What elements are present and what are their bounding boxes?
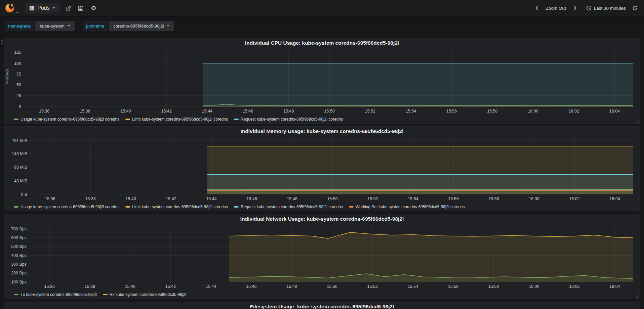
x-tick-label: 15:42	[166, 196, 176, 201]
legend-series-swatch	[14, 206, 18, 208]
chart-canvas[interactable]: 025507510012515:3615:3815:4015:4215:4415…	[4, 47, 640, 115]
chevron-left-icon	[535, 6, 538, 10]
panel-title[interactable]: Individual Memory Usage: kube-system cor…	[4, 127, 640, 135]
namespace-value: kube-system	[40, 24, 65, 29]
legend-item[interactable]: Request kube-system coredns-695f96dcd5-9…	[234, 117, 343, 122]
y-tick-label: 600 Bps	[11, 235, 27, 240]
legend-series-swatch	[234, 119, 239, 120]
legend-item[interactable]: Usage kube-system coredns-695f96dcd5-98j…	[14, 205, 119, 209]
network-legend: Tx kube-system coredns-695f96dcd5-98j2lR…	[4, 291, 640, 299]
x-tick-label: 15:54	[408, 196, 418, 201]
panel-cpu-usage: Individual CPU Usage: kube-system coredn…	[4, 38, 640, 124]
x-tick-label: 15:50	[327, 196, 337, 201]
share-icon	[65, 5, 71, 11]
grafana-logo-icon	[5, 3, 15, 13]
y-tick-label: 700 Bps	[11, 227, 27, 231]
chevron-right-icon	[573, 6, 576, 10]
settings-button[interactable]: ⚙	[89, 4, 98, 12]
network-chart[interactable]: 100 Bps200 Bps300 Bps400 Bps500 Bps600 B…	[4, 223, 640, 291]
y-tick-label: 75	[16, 72, 21, 77]
refresh-button[interactable]	[631, 4, 639, 12]
legend-item[interactable]: Request kube-system coredns-695f96dcd5-9…	[234, 205, 343, 209]
legend-series-swatch	[125, 206, 130, 208]
time-range-picker[interactable]: Last 30 minutes	[586, 5, 626, 11]
x-tick-label: 15:48	[286, 284, 297, 289]
panel-title[interactable]: Filesystem Usage: kube-system coredns-69…	[4, 302, 640, 309]
memory-legend: Usage kube-system coredns-695f96dcd5-98j…	[4, 203, 640, 211]
legend-series-label: Tx kube-system coredns-695f96dcd5-98j2l	[21, 292, 97, 297]
clock-icon	[586, 5, 592, 11]
refresh-icon	[632, 5, 638, 11]
dashboard-grid: Individual CPU Usage: kube-system coredn…	[0, 35, 644, 309]
panel-drag-handle[interactable]	[1, 40, 3, 44]
x-tick-label: 15:46	[246, 196, 257, 201]
grafana-logo-menu[interactable]	[5, 3, 18, 13]
namespace-select[interactable]: kube-system	[35, 21, 75, 31]
x-tick-label: 15:48	[283, 109, 294, 114]
y-tick-label: 100	[14, 61, 21, 66]
legend-item[interactable]: Limit kube-system coredns-695f96dcd5-98j…	[125, 205, 228, 209]
time-range-label: Last 30 minutes	[594, 6, 626, 11]
legend-series-swatch	[125, 119, 130, 120]
panel-title[interactable]: Individual CPU Usage: kube-system coredn…	[4, 38, 640, 47]
x-tick-label: 15:52	[365, 109, 375, 114]
cpu-chart[interactable]: 025507510012515:3615:3815:4015:4215:4415…	[4, 47, 640, 115]
x-tick-label: 15:44	[206, 284, 216, 289]
save-button[interactable]	[76, 4, 85, 12]
y-tick-label: 143 MiB	[12, 151, 27, 156]
x-tick-label: 15:46	[243, 109, 253, 114]
legend-item[interactable]: Working Set kube-system coredns-695f96dc…	[349, 205, 465, 209]
chart-canvas[interactable]: 0 B48 MiB95 MiB143 MiB191 MiB15:3615:381…	[4, 135, 640, 203]
panel-title[interactable]: Individual Network Usage: kube-system co…	[4, 214, 640, 223]
y-tick-label: 95 MiB	[14, 165, 27, 170]
x-tick-label: 15:38	[80, 109, 90, 114]
podname-caret-icon	[167, 25, 169, 27]
x-tick-label: 16:00	[528, 109, 538, 114]
y-tick-label: 48 MiB	[14, 179, 27, 183]
x-tick-label: 15:58	[488, 284, 499, 289]
x-tick-label: 15:40	[125, 284, 135, 289]
dashboard-picker[interactable]: Pods	[25, 3, 59, 13]
dashboard-grid-icon	[30, 6, 34, 10]
x-tick-label: 15:48	[287, 196, 297, 201]
legend-item[interactable]: Limit kube-system coredns-695f96dcd5-98j…	[125, 117, 228, 122]
panel-filesystem-usage: Filesystem Usage: kube-system coredns-69…	[4, 302, 640, 309]
x-tick-label: 15:56	[446, 109, 457, 114]
x-tick-label: 16:00	[529, 284, 539, 289]
legend-series-label: Usage kube-system coredns-695f96dcd5-98j…	[21, 117, 119, 122]
x-tick-label: 16:04	[609, 109, 620, 114]
series-fill	[229, 232, 633, 282]
legend-item[interactable]: Tx kube-system coredns-695f96dcd5-98j2l	[14, 292, 97, 297]
series-fill	[207, 190, 633, 194]
x-tick-label: 15:58	[487, 109, 497, 114]
y-tick-label: 400 Bps	[11, 253, 27, 258]
legend-series-swatch	[234, 206, 239, 208]
time-forward-button[interactable]	[571, 4, 579, 12]
y-tick-label: 300 Bps	[11, 262, 27, 267]
podname-select[interactable]: coredns-695f96dcd5-98j2l	[109, 21, 174, 31]
x-tick-label: 15:42	[161, 109, 172, 114]
gear-icon: ⚙	[91, 5, 96, 11]
x-tick-label: 15:54	[408, 284, 418, 289]
legend-item[interactable]: Rx kube-system coredns-695f96dcd5-98j2l	[103, 292, 186, 297]
logo-caret-icon	[16, 12, 18, 13]
x-tick-label: 16:02	[569, 109, 579, 114]
x-tick-label: 16:04	[609, 196, 620, 201]
share-button[interactable]	[64, 4, 72, 12]
legend-series-label: Working Set kube-system coredns-695f96dc…	[356, 205, 465, 209]
navbar-time-controls: Zoom Out Last 30 minutes	[532, 4, 639, 12]
chart-canvas[interactable]: 100 Bps200 Bps300 Bps400 Bps500 Bps600 B…	[4, 223, 640, 291]
x-tick-label: 15:44	[206, 196, 216, 201]
zoom-out-button[interactable]: Zoom Out	[546, 6, 566, 11]
cpu-legend: Usage kube-system coredns-695f96dcd5-98j…	[4, 115, 640, 123]
x-tick-label: 15:46	[246, 284, 256, 289]
x-tick-label: 16:02	[569, 284, 579, 289]
y-tick-label: 125	[14, 50, 21, 55]
memory-chart[interactable]: 0 B48 MiB95 MiB143 MiB191 MiB15:3615:381…	[4, 135, 640, 203]
legend-item[interactable]: Usage kube-system coredns-695f96dcd5-98j…	[14, 117, 119, 122]
time-back-button[interactable]	[532, 4, 541, 12]
variable-namespace: namespace kube-system	[5, 21, 75, 31]
x-tick-label: 15:36	[44, 284, 54, 289]
x-tick-label: 15:38	[85, 196, 95, 201]
x-tick-label: 15:40	[125, 196, 136, 201]
